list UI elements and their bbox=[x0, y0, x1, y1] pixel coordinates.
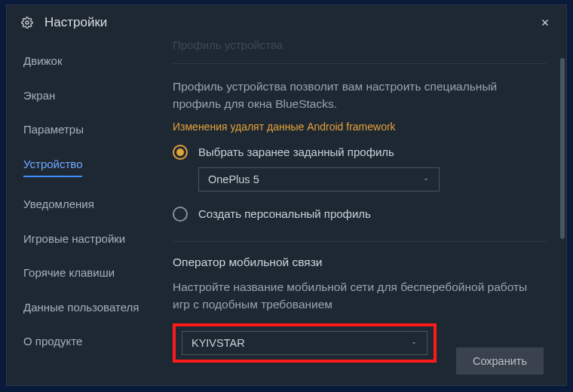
divider bbox=[173, 63, 547, 64]
sidebar-item-game-settings[interactable]: Игровые настройки bbox=[23, 231, 150, 247]
titlebar: Настройки bbox=[7, 5, 566, 40]
radio-row-custom: Создать персональный профиль bbox=[173, 207, 547, 222]
sidebar-item-screen[interactable]: Экран bbox=[23, 88, 150, 103]
sidebar-item-about[interactable]: О продукте bbox=[23, 334, 150, 349]
operator-highlight: KYIVSTAR bbox=[173, 323, 437, 363]
caret-down-icon bbox=[422, 176, 430, 183]
preset-profile-value: OnePlus 5 bbox=[208, 173, 259, 185]
divider bbox=[173, 241, 547, 242]
main-panel: Профиль устройства Профиль устройства по… bbox=[150, 40, 566, 385]
operator-description: Настройте название мобильной сети для бе… bbox=[173, 278, 547, 314]
warning-text: Изменения удалят данные Android framewor… bbox=[173, 121, 547, 133]
radio-preset-label: Выбрать заранее заданный профиль bbox=[198, 145, 394, 158]
sidebar-item-hotkeys[interactable]: Горячие клавиши bbox=[23, 265, 150, 280]
preset-profile-select[interactable]: OnePlus 5 bbox=[198, 167, 440, 191]
radio-dot-icon bbox=[176, 149, 184, 156]
sidebar-item-parameters[interactable]: Параметры bbox=[23, 122, 150, 137]
svg-point-0 bbox=[26, 21, 29, 24]
caret-down-icon bbox=[410, 339, 418, 347]
operator-select-value: KYIVSTAR bbox=[192, 337, 245, 349]
section-header-faded: Профиль устройства bbox=[173, 40, 547, 51]
radio-preset[interactable] bbox=[173, 145, 188, 160]
operator-section-title: Оператор мобильной связи bbox=[173, 256, 547, 269]
radio-custom[interactable] bbox=[173, 207, 188, 222]
close-button[interactable] bbox=[538, 15, 553, 30]
sidebar-item-engine[interactable]: Движок bbox=[23, 54, 150, 69]
settings-window: Настройки Движок Экран Параметры Устройс… bbox=[6, 5, 567, 386]
sidebar-item-user-data[interactable]: Данные пользователя bbox=[23, 300, 150, 315]
radio-row-preset: Выбрать заранее заданный профиль bbox=[173, 145, 547, 160]
body: Движок Экран Параметры Устройство Уведом… bbox=[7, 40, 566, 385]
sidebar-item-notifications[interactable]: Уведомления bbox=[23, 197, 150, 212]
radio-custom-label: Создать персональный профиль bbox=[198, 207, 371, 220]
save-button[interactable]: Сохранить bbox=[456, 348, 544, 375]
sidebar: Движок Экран Параметры Устройство Уведом… bbox=[7, 40, 150, 385]
scrollbar[interactable] bbox=[559, 47, 565, 378]
window-title: Настройки bbox=[44, 15, 107, 30]
gear-icon bbox=[20, 16, 34, 29]
sidebar-item-device[interactable]: Устройство bbox=[23, 157, 82, 178]
scrollbar-thumb[interactable] bbox=[560, 58, 565, 239]
operator-select[interactable]: KYIVSTAR bbox=[182, 331, 427, 355]
profile-description: Профиль устройства позволит вам настроит… bbox=[173, 78, 547, 113]
